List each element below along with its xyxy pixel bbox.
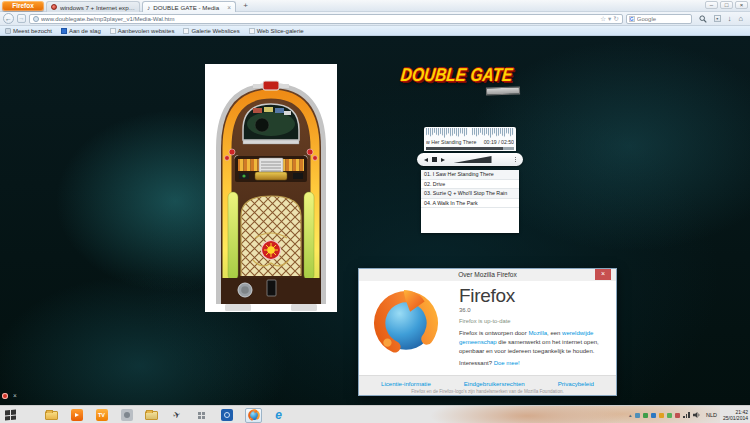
document-icon — [249, 28, 255, 34]
tab-strip: windows 7 + Internet explorer 11 tran...… — [46, 1, 252, 12]
document-icon — [110, 28, 116, 34]
tray-icon-yellow[interactable] — [659, 413, 664, 418]
language-indicator[interactable]: NLD — [706, 412, 717, 418]
end-user-rights-link[interactable]: Eindgebruikersrechten — [464, 380, 525, 387]
taskbar-internet-explorer[interactable]: e — [272, 409, 285, 422]
cta-text: Interessant? — [459, 360, 494, 366]
taskbar-tv-app[interactable]: TV — [95, 409, 108, 422]
volume-icon[interactable] — [693, 411, 701, 419]
network-icon[interactable] — [683, 412, 690, 418]
firefox-icon — [248, 409, 260, 421]
site-identity-globe-icon[interactable] — [33, 16, 39, 22]
system-tray: ▲ NLD 21:42 25/01/2014 — [628, 406, 748, 423]
taskbar-photos-app[interactable] — [120, 409, 133, 422]
bookmarks-bar: Meest bezocht Aan de slag Aanbevolen web… — [0, 26, 750, 36]
url-dropdown-icon[interactable]: ▾ — [608, 15, 611, 23]
tab-title: DOUBLE GATE - Media — [153, 4, 222, 11]
document-icon — [183, 28, 189, 34]
time-display: 00:19 / 02:50 — [484, 139, 514, 145]
address-bar[interactable]: ☆ ▾ ↻ — [29, 14, 623, 24]
mozilla-link[interactable]: Mozilla — [528, 330, 547, 336]
close-button[interactable]: × — [735, 1, 748, 9]
reload-icon[interactable]: ↻ — [613, 15, 618, 23]
taskbar-utility-app[interactable] — [195, 409, 208, 422]
tiles-icon — [198, 412, 205, 419]
tray-icon-green2[interactable] — [667, 413, 672, 418]
tray-icon-red[interactable] — [675, 413, 680, 418]
bookmark-most-visited[interactable]: Meest bezocht — [5, 28, 52, 34]
version-number: 36.0 — [459, 307, 611, 313]
about-description: Firefox is ontworpen door Mozilla, een w… — [459, 329, 611, 356]
tab-windows7-ie11[interactable]: windows 7 + Internet explorer 11 tran... — [46, 1, 140, 12]
bookmark-label: Web Slice-galerie — [257, 28, 304, 34]
privacy-policy-link[interactable]: Privacybeleid — [558, 380, 594, 387]
taskbar-documents-folder[interactable] — [145, 409, 158, 422]
description-text: , een — [547, 330, 562, 336]
forward-button[interactable]: → — [17, 14, 26, 23]
maximize-button[interactable]: □ — [720, 1, 733, 9]
bookmark-star-icon[interactable]: ☆ — [600, 15, 606, 23]
bookmark-label: Meest bezocht — [13, 28, 52, 34]
playlist-item[interactable]: 04. A Walk In The Park — [421, 199, 519, 209]
search-box[interactable]: G — [626, 14, 692, 24]
start-button[interactable] — [4, 409, 17, 422]
bookmarks-panel-icon[interactable]: ▾ — [714, 15, 721, 22]
folder-icon — [5, 28, 11, 34]
cta-line: Interessant? Doe mee! — [459, 360, 611, 366]
url-input[interactable] — [41, 16, 598, 22]
taskbar-media-player[interactable] — [70, 409, 83, 422]
folder-icon — [145, 411, 158, 420]
stop-button[interactable] — [432, 157, 437, 162]
folder-icon — [45, 411, 58, 420]
dialog-title: Over Mozilla Firefox — [359, 269, 616, 281]
search-engine-icon[interactable]: G — [629, 16, 635, 22]
tab-double-gate-media[interactable]: ♪ DOUBLE GATE - Media × — [142, 1, 236, 12]
getting-started-icon — [61, 28, 67, 34]
bookmark-label: Aan de slag — [69, 28, 101, 34]
photos-icon — [121, 409, 133, 421]
tray-icon-green[interactable] — [643, 413, 648, 418]
taskbar-firefox-active[interactable] — [245, 408, 262, 423]
bookmark-webslice-gallery[interactable]: Galerie Webslices — [183, 28, 239, 34]
tray-icon-blue[interactable] — [635, 413, 640, 418]
firefox-menu-button[interactable]: Firefox — [2, 1, 44, 11]
record-dot-icon[interactable] — [2, 393, 8, 399]
tray-icon-blue2[interactable] — [651, 413, 656, 418]
player-menu-icon[interactable] — [515, 157, 516, 163]
volume-slider[interactable] — [454, 156, 492, 163]
home-icon[interactable]: ⌂ — [738, 14, 743, 23]
back-button[interactable]: ← — [3, 13, 14, 24]
playlist-item[interactable]: 02. Drive — [421, 180, 519, 190]
clock[interactable]: 21:42 25/01/2014 — [723, 409, 748, 421]
search-input[interactable] — [637, 16, 689, 22]
new-tab-button[interactable]: + — [239, 2, 252, 11]
tv-icon: TV — [96, 409, 108, 421]
toolbar-icons: ▾ ↓ ⌂ — [695, 14, 747, 23]
taskbar-flight-app[interactable]: ✈ — [170, 409, 183, 422]
show-hidden-icons[interactable]: ▲ — [628, 413, 632, 418]
minimize-button[interactable]: – — [705, 1, 718, 9]
search-icon[interactable] — [699, 15, 707, 23]
playlist: 01. I Saw Her Standing There 02. Drive 0… — [421, 170, 519, 233]
dialog-close-button[interactable]: × — [595, 269, 611, 280]
next-track-button[interactable] — [441, 158, 445, 162]
taskbar-file-explorer[interactable] — [45, 409, 58, 422]
get-involved-link[interactable]: Doe mee! — [494, 360, 520, 366]
player-display: w Her Standing There 00:19 / 02:50 — [424, 127, 516, 151]
downloads-icon[interactable]: ↓ — [728, 14, 732, 23]
licensing-link[interactable]: Licentie-informatie — [381, 380, 431, 387]
site-logo: DOUBLE GATE — [402, 64, 538, 106]
previous-track-button[interactable] — [424, 158, 428, 162]
playlist-item[interactable]: 01. I Saw Her Standing There — [421, 170, 519, 180]
taskbar-media-center[interactable] — [220, 409, 233, 422]
jukebox-image — [205, 64, 337, 312]
seek-bar[interactable] — [426, 147, 514, 150]
tab-favicon-note-icon: ♪ — [147, 4, 150, 11]
bookmark-getting-started[interactable]: Aan de slag — [61, 28, 101, 34]
site-logo-badge — [486, 86, 520, 95]
widget-close-icon[interactable]: × — [13, 392, 17, 399]
bookmark-suggested-sites[interactable]: Aanbevolen websites — [110, 28, 175, 34]
bookmark-web-slice-gallery[interactable]: Web Slice-galerie — [249, 28, 304, 34]
playlist-item[interactable]: 03. Suzie Q + Who'll Stop The Rain — [421, 189, 519, 199]
tab-close-icon[interactable]: × — [227, 4, 231, 11]
